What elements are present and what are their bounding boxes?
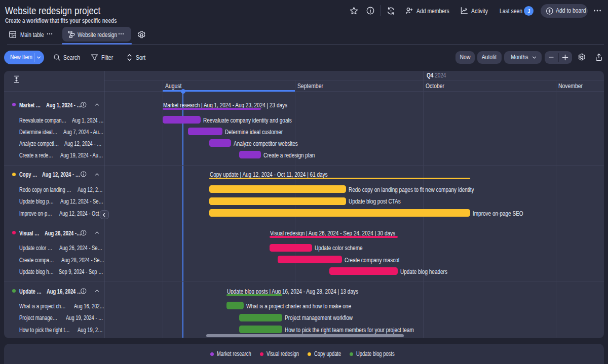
- gantt-task-label: Update color scheme: [315, 243, 377, 253]
- month-label-august-text: August: [165, 82, 181, 90]
- sidebar-task-name-text: How to pick the right t…: [19, 326, 70, 335]
- new-item-button[interactable]: New Item: [4, 51, 44, 64]
- sidebar-task-dates: Aug 19, 2024 - …: [66, 313, 116, 322]
- group-collapse-chevron-icon[interactable]: [94, 288, 100, 294]
- gantt-task-bar[interactable]: [188, 128, 222, 135]
- gantt-task-bar[interactable]: [270, 244, 312, 252]
- gantt-task-bar[interactable]: [239, 326, 282, 333]
- board-settings-gear-icon[interactable]: [137, 30, 146, 39]
- sidebar-group-name[interactable]: Visual …: [19, 228, 46, 238]
- add-members-button[interactable]: Add members: [416, 7, 458, 16]
- info-icon-text: [366, 6, 375, 15]
- group-collapse-chevron-icon[interactable]: [94, 229, 100, 236]
- now-button[interactable]: Now: [455, 51, 475, 64]
- autofit-button-text-text: Autofit: [482, 53, 497, 62]
- group-info-icon[interactable]: [80, 101, 87, 108]
- gantt-task-label-text: Update blog headers: [400, 267, 447, 276]
- sidebar-collapse-handle[interactable]: [100, 210, 109, 219]
- filter-button[interactable]: Filter: [101, 53, 116, 62]
- tab-main-table-text: Main table: [20, 30, 44, 40]
- zoom-level-select[interactable]: Months: [504, 51, 542, 64]
- sidebar-task-name-text: Analyze competi…: [19, 139, 59, 148]
- sidebar-group-dates-text: Aug 26, 2024 -…: [45, 229, 81, 238]
- gantt-task-label: How to pick the right team members for y…: [285, 325, 452, 335]
- sidebar-task-name-text: Improve on-p…: [19, 209, 52, 218]
- legend-label[interactable]: Market research: [217, 349, 251, 358]
- sidebar-group-name[interactable]: Copy …: [19, 170, 43, 179]
- sidebar-task-name-text: Determine ideal…: [19, 128, 57, 137]
- sidebar-task-name[interactable]: Improve on-p…: [19, 209, 63, 218]
- horizontal-scrollbar-thumb[interactable]: [206, 334, 404, 337]
- gantt-group-duration-bar[interactable]: [163, 108, 261, 110]
- add-members-icon[interactable]: [404, 6, 414, 16]
- group-color-dot: [12, 103, 16, 106]
- gantt-task-bar[interactable]: [226, 302, 244, 309]
- sidebar-task-dates-text: Aug 7, 2024 - Au…: [63, 128, 103, 137]
- month-row-border: [4, 91, 604, 92]
- search-button[interactable]: Search: [63, 53, 84, 62]
- info-icon[interactable]: [366, 6, 375, 15]
- zoom-out-button[interactable]: [545, 51, 558, 64]
- favorite-star-icon[interactable]: [349, 6, 359, 16]
- add-to-board-button[interactable]: Add to board: [541, 4, 588, 18]
- sidebar-chart-divider[interactable]: [104, 71, 104, 338]
- group-info-icon[interactable]: [80, 229, 87, 236]
- sidebar-group-name[interactable]: Market …: [19, 100, 48, 110]
- sidebar-group-name[interactable]: Update …: [19, 287, 49, 296]
- gantt-task-bar[interactable]: [209, 209, 470, 217]
- website-redesign-menu-icon[interactable]: [118, 30, 125, 37]
- gantt-task-bar[interactable]: [239, 314, 282, 321]
- new-item-dropdown-icon[interactable]: [35, 54, 42, 61]
- sidebar-task-name[interactable]: Update blog h…: [19, 267, 65, 276]
- main-table-menu-icon[interactable]: [46, 30, 53, 37]
- gantt-task-bar[interactable]: [239, 151, 260, 158]
- export-icon[interactable]: [594, 53, 603, 62]
- gantt-settings-gear-icon[interactable]: [577, 53, 586, 62]
- month-label-november: November: [558, 81, 589, 90]
- group-collapse-chevron-icon-text: [94, 171, 100, 178]
- gantt-group-duration-bar[interactable]: [226, 294, 282, 296]
- sort-icon-text: [125, 53, 134, 62]
- legend-dot: [350, 352, 353, 356]
- zoom-in-button[interactable]: [558, 51, 572, 64]
- sort-button[interactable]: Sort: [136, 53, 148, 62]
- search-icon-text: [53, 53, 61, 62]
- sidebar-task-name[interactable]: Project manage…: [19, 313, 70, 322]
- board-more-options-icon[interactable]: [593, 6, 602, 15]
- group-info-icon[interactable]: [80, 171, 87, 178]
- group-color-dot: [12, 173, 16, 176]
- gantt-task-bar[interactable]: [163, 116, 201, 124]
- gantt-group-duration-bar[interactable]: [270, 236, 398, 238]
- sidebar-task-name[interactable]: Create a rede…: [19, 150, 64, 160]
- group-collapse-chevron-icon[interactable]: [94, 171, 100, 178]
- main-table-icon: [8, 30, 17, 39]
- sidebar-task-name[interactable]: How to pick the right t…: [19, 325, 87, 335]
- sidebar-task-name[interactable]: What is a project ch…: [19, 301, 81, 311]
- activity-icon[interactable]: [460, 6, 469, 15]
- now-button-text-text: Now: [460, 53, 471, 62]
- export-icon-text: [594, 53, 603, 62]
- sort-button-text: Sort: [136, 53, 145, 62]
- gantt-task-bar[interactable]: [329, 267, 398, 275]
- gantt-task-bar[interactable]: [278, 256, 342, 263]
- legend-label[interactable]: Copy update: [314, 349, 341, 358]
- sidebar-task-name[interactable]: Determine ideal…: [19, 127, 70, 137]
- integrations-sync-icon[interactable]: [386, 6, 396, 16]
- sort-icon: [125, 53, 134, 62]
- gantt-group-duration-bar[interactable]: [209, 178, 470, 180]
- legend-label[interactable]: Update blog posts: [356, 349, 395, 358]
- active-tab-underline: [62, 43, 132, 45]
- page-title: Website redesign project: [5, 5, 125, 17]
- gantt-task-bar[interactable]: [209, 185, 346, 193]
- sidebar-task-name[interactable]: Update blog p…: [19, 196, 65, 206]
- group-collapse-chevron-icon[interactable]: [94, 101, 100, 108]
- gantt-task-bar[interactable]: [209, 139, 231, 147]
- sidebar-task-name[interactable]: Update color …: [19, 243, 63, 253]
- user-avatar[interactable]: J: [524, 6, 534, 16]
- collapse-all-icon[interactable]: [12, 75, 21, 84]
- group-info-icon[interactable]: [80, 288, 87, 295]
- gantt-task-bar[interactable]: [209, 197, 346, 205]
- activity-button[interactable]: Activity: [471, 7, 492, 16]
- legend-label[interactable]: Visual redesign: [267, 349, 299, 358]
- sidebar-task-name[interactable]: Create compa…: [19, 255, 65, 265]
